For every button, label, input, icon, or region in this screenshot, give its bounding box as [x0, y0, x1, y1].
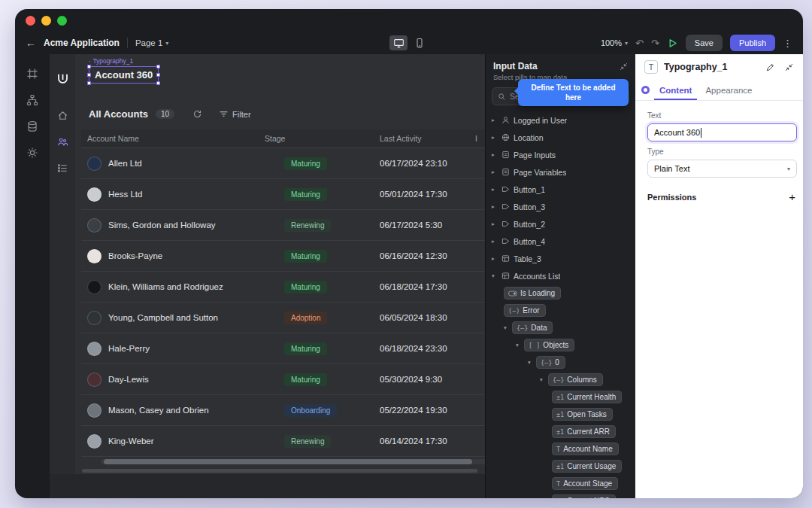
binding-indicator-icon[interactable] — [641, 86, 650, 94]
editor-canvas[interactable]: ∙ Typography_1 Account 360 — [50, 54, 485, 498]
data-pill[interactable]: TAccount Name — [552, 443, 619, 455]
chevron-down-icon[interactable]: ▾ — [540, 376, 548, 383]
table-row[interactable]: Young, Campbell and SuttonAdoption06/05/… — [81, 303, 485, 333]
tree-item-columns[interactable]: ▾{–}Columns — [486, 371, 635, 388]
chevron-right-icon[interactable]: ▸ — [492, 255, 500, 262]
collapse-inspector-icon[interactable] — [784, 62, 794, 72]
save-button[interactable]: Save — [686, 35, 723, 51]
chevron-right-icon[interactable]: ▸ — [492, 169, 500, 175]
data-pill[interactable]: ±1Open Tasks — [552, 408, 613, 421]
preview-play-button[interactable] — [667, 38, 678, 49]
minimize-window-button[interactable] — [41, 16, 51, 26]
refresh-icon[interactable] — [192, 109, 202, 119]
data-pill[interactable]: [ ]Objects — [524, 339, 574, 351]
nav-accounts-icon[interactable] — [53, 132, 71, 151]
settings-gear-icon[interactable] — [26, 147, 38, 159]
column-header[interactable]: Last Activity — [374, 134, 469, 143]
data-pill[interactable]: ±1Current Health — [552, 391, 622, 403]
chevron-down-icon[interactable]: ▾ — [516, 342, 524, 348]
tab-appearance[interactable]: Appearance — [700, 80, 757, 100]
table-row[interactable]: King-WeberRenewing06/14/2024 17:30 — [81, 426, 485, 457]
resize-handle[interactable] — [156, 73, 160, 77]
tree-item-table-3[interactable]: ▸Table_3 — [486, 250, 635, 267]
table-row[interactable]: Klein, Williams and RodriguezMaturing06/… — [81, 272, 485, 303]
resize-handle[interactable] — [87, 73, 91, 77]
tree-item-accounts-list[interactable]: ▾Accounts List — [486, 267, 635, 284]
data-pill[interactable]: TAccount Stage — [552, 477, 618, 490]
edit-icon[interactable] — [765, 62, 775, 72]
tree-item-current-usage[interactable]: ±1Current Usage — [486, 458, 635, 475]
column-header[interactable]: I — [469, 134, 485, 143]
chevron-right-icon[interactable]: ▸ — [492, 117, 500, 123]
tree-item-error[interactable]: (−)Error — [486, 302, 635, 319]
data-pill[interactable]: ±1Current Usage — [552, 460, 622, 473]
chevron-right-icon[interactable]: ▸ — [492, 238, 500, 245]
type-select[interactable]: Plain Text ▾ — [647, 160, 797, 178]
tree-item-current-health[interactable]: ±1Current Health — [486, 388, 635, 406]
text-value-input[interactable]: Account 360 — [647, 123, 797, 141]
data-pill[interactable]: Is Loading — [504, 287, 561, 300]
publish-button[interactable]: Publish — [730, 35, 775, 51]
add-permission-button[interactable]: + — [789, 191, 795, 202]
tree-item-button-2[interactable]: ▸Button_2 — [486, 215, 635, 233]
resize-handle[interactable] — [156, 81, 160, 85]
table-row[interactable]: Mason, Casey and ObrienOnboarding05/22/2… — [81, 395, 485, 426]
page-flow-icon[interactable] — [26, 94, 38, 106]
resize-handle[interactable] — [87, 81, 91, 85]
table-row[interactable]: Brooks-PayneMaturing06/16/2024 12:30 — [81, 241, 485, 272]
table-row[interactable]: Allen LtdMaturing06/17/2024 23:10 — [81, 148, 485, 179]
tree-item-page-variables[interactable]: ▸Page Variables — [486, 163, 635, 181]
page-selector[interactable]: Page 1 ▾ — [135, 38, 168, 47]
components-icon[interactable] — [26, 68, 38, 80]
table-row[interactable]: Sims, Gordon and HollowayRenewing06/17/2… — [81, 210, 485, 241]
table-row[interactable]: Day-LewisMaturing05/30/2024 9:30 — [81, 364, 485, 395]
tree-item-logged-in-user[interactable]: ▸Logged in User — [486, 111, 635, 129]
redo-button[interactable]: ↷ — [651, 38, 659, 49]
tree-item-page-inputs[interactable]: ▸Page Inputs — [486, 146, 635, 163]
maximize-window-button[interactable] — [57, 16, 67, 26]
nav-home-icon[interactable] — [53, 106, 71, 124]
chevron-right-icon[interactable]: ▸ — [492, 203, 500, 210]
tree-item-button-4[interactable]: ▸Button_4 — [486, 233, 635, 250]
data-pill[interactable]: (−)Error — [504, 304, 546, 317]
database-icon[interactable] — [26, 120, 38, 132]
column-header[interactable]: Account Name — [81, 134, 259, 143]
undo-button[interactable]: ↶ — [635, 38, 644, 49]
tree-item-is-loading[interactable]: Is Loading — [486, 284, 635, 302]
chevron-right-icon[interactable]: ▸ — [492, 186, 500, 193]
mobile-preview-button[interactable] — [411, 35, 429, 50]
chevron-right-icon[interactable]: ▸ — [492, 134, 500, 141]
data-pill[interactable]: ±1Current NPS — [552, 494, 616, 498]
table-row[interactable]: Hale-PerryMaturing06/18/2024 23:30 — [81, 333, 485, 364]
tree-item-button-3[interactable]: ▸Button_3 — [486, 198, 635, 215]
tab-content[interactable]: Content — [654, 80, 697, 100]
tree-item-current-nps[interactable]: ±1Current NPS — [486, 492, 635, 498]
more-options-icon[interactable]: ⋮ — [783, 38, 792, 49]
tree-item-0[interactable]: ▾{–}0 — [486, 354, 635, 371]
tree-item-current-arr[interactable]: ±1Current ARR — [486, 423, 635, 440]
data-pill[interactable]: {–}Data — [512, 321, 553, 334]
tree-item-account-name[interactable]: TAccount Name — [486, 440, 635, 458]
selected-heading[interactable]: Account 360 — [89, 66, 159, 84]
tree-item-location[interactable]: ▸Location — [486, 129, 635, 146]
tree-item-button-1[interactable]: ▸Button_1 — [486, 181, 635, 198]
data-pill[interactable]: {–}Columns — [548, 373, 603, 386]
chevron-right-icon[interactable]: ▸ — [492, 151, 500, 158]
zoom-control[interactable]: 100% ▾ — [601, 38, 628, 47]
close-window-button[interactable] — [26, 16, 35, 26]
column-header[interactable]: Stage — [259, 134, 374, 143]
chevron-down-icon[interactable]: ▾ — [492, 272, 500, 279]
tree-item-open-tasks[interactable]: ±1Open Tasks — [486, 406, 635, 423]
collapse-panel-icon[interactable] — [619, 62, 629, 71]
tree-item-objects[interactable]: ▾[ ]Objects — [486, 336, 635, 354]
filter-button[interactable]: Filter — [219, 109, 250, 119]
chevron-right-icon[interactable]: ▸ — [492, 221, 500, 227]
tree-item-data[interactable]: ▾{–}Data — [486, 319, 635, 336]
data-pill[interactable]: ±1Current ARR — [552, 425, 616, 438]
resize-handle[interactable] — [156, 65, 160, 68]
table-scrollbar-track[interactable] — [101, 459, 492, 464]
resize-handle[interactable] — [87, 65, 91, 68]
chevron-down-icon[interactable]: ▾ — [504, 324, 512, 331]
table-row[interactable]: Hess LtdMaturing05/01/2024 17:30 — [81, 179, 485, 210]
desktop-preview-button[interactable] — [389, 35, 408, 50]
